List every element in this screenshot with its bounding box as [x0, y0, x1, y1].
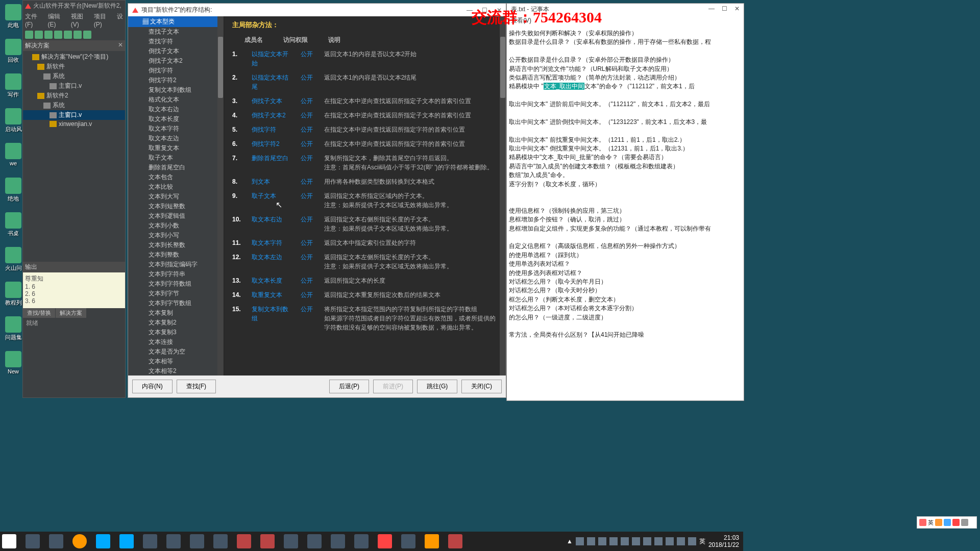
sidebar-item[interactable]: 倒找子文本2 [128, 56, 224, 66]
desktop-icon[interactable]: 教程列 [2, 282, 24, 307]
method-row[interactable]: 6.倒找字符2公开在指定文本中逆向查找返回所指定字符的首索引位置 [232, 139, 498, 148]
taskbar-item[interactable] [119, 534, 134, 548]
sidebar-item[interactable]: 取重复文本 [128, 143, 224, 153]
tree-root[interactable]: 解决方案"New"(2个项目) [23, 52, 125, 62]
system-tray[interactable]: ▲ 英 21:032018/11/22 [567, 532, 743, 551]
taskbar-item[interactable] [354, 534, 369, 548]
taskbar-item[interactable] [96, 534, 110, 548]
method-row[interactable]: 12.取文本左边公开返回指定文本左侧所指定长度的子文本。注意：如果所提供子文本区… [232, 253, 498, 271]
desktop-icon[interactable]: 火山问 [2, 247, 24, 272]
method-row[interactable]: 13.取文本长度公开返回所指定文本的长度 [232, 276, 498, 285]
sidebar-item[interactable]: 取文本字符 [128, 124, 224, 134]
tree-item[interactable]: 新软件 [23, 62, 125, 71]
close-icon[interactable]: ✕ [118, 41, 123, 50]
sidebar-item[interactable]: 倒找子文本 [128, 46, 224, 56]
desktop-icon[interactable]: 此电 [2, 4, 24, 29]
method-row[interactable]: 3.倒找子文本公开在指定文本中逆向查找返回所指定子文本的首索引位置 [232, 96, 498, 106]
desktop-icon[interactable]: New [2, 351, 24, 374]
scrollbar[interactable] [500, 16, 506, 375]
tray-icon[interactable] [666, 537, 674, 545]
content-button[interactable]: 内容(N) [132, 380, 173, 393]
scrollbar[interactable] [217, 16, 224, 375]
taskbar-item[interactable] [331, 534, 345, 548]
notepad-text[interactable]: 操作失败如何判断和解决？（安卓权限的操作）数据目录是什么目录？（安卓私有数据的操… [507, 26, 744, 343]
sidebar-item[interactable]: 文本包含 [128, 172, 224, 182]
method-row[interactable]: 10.取文本右边公开返回指定文本右侧所指定长度的子文本。注意：如果所提供子文本区… [232, 215, 498, 233]
sidebar-item[interactable]: 删除首尾空白 [128, 163, 224, 172]
tree-item[interactable]: 系统 [23, 71, 125, 81]
tray-icon[interactable] [598, 537, 606, 545]
method-row[interactable]: 15.复制文本到数组公开将所指定文本指定范围内的字符复制到所指定的字符数组如果源… [232, 305, 498, 332]
taskbar-item[interactable] [72, 534, 87, 548]
solution-tree[interactable]: 解决方案"New"(2个项目) 新软件系统主窗口.v新软件2系统主窗口.vxin… [23, 51, 125, 129]
sidebar-item[interactable]: 文本到逻辑值 [128, 211, 224, 221]
sidebar-item[interactable]: 文本到指定编码字 [128, 260, 224, 269]
method-row[interactable]: 2.以指定文本结尾公开返回文本1的内容是否以文本2结尾 [232, 73, 498, 91]
tree-item[interactable]: 新软件2 [23, 91, 125, 101]
minimize-icon[interactable]: — [708, 5, 715, 14]
taskbar-item[interactable] [401, 534, 415, 548]
tray-icon[interactable] [688, 537, 696, 545]
sidebar-item[interactable]: 复制文本到数组 [128, 85, 224, 95]
tab-solution[interactable]: 解决方案 [56, 308, 86, 318]
taskbar-item[interactable] [237, 534, 251, 548]
menu-item[interactable]: 设 [117, 12, 123, 28]
desktop-icon[interactable]: we [2, 143, 24, 166]
tool-icon[interactable] [83, 31, 91, 39]
tray-icon[interactable] [576, 537, 584, 545]
method-row[interactable]: 14.取重复文本公开返回指定文本重复所指定次数后的结果文本 [232, 290, 498, 299]
taskbar-item[interactable] [307, 534, 322, 548]
sidebar-item[interactable]: 文本复制 [128, 308, 224, 318]
tool-icon[interactable] [54, 31, 62, 39]
sidebar-item[interactable]: 文本到小写 [128, 231, 224, 240]
desktop-icon[interactable]: 回收 [2, 39, 24, 64]
tray-icon[interactable] [632, 537, 640, 545]
tray-icon[interactable] [587, 537, 595, 545]
tab-find[interactable]: 查找/替换 [23, 308, 55, 318]
tool-icon[interactable] [25, 31, 33, 39]
method-row[interactable]: 8.到文本公开用作将各种数据类型数据转换到文本格式 [232, 177, 498, 186]
sidebar-item[interactable]: 取文本左边 [128, 134, 224, 143]
sidebar-item[interactable]: 文本复制2 [128, 318, 224, 328]
bottom-tabs[interactable]: 查找/替换 解决方案 [23, 308, 125, 318]
tree-item[interactable]: 主窗口.v [23, 81, 125, 91]
desktop-icon[interactable]: 问题集 [2, 316, 24, 341]
tray-icon[interactable] [621, 537, 629, 545]
menu-item[interactable]: 编辑(E) [48, 12, 67, 28]
taskbar-item[interactable] [26, 534, 40, 548]
method-list[interactable]: 主局部杂方法： 成员名 访问权限 说明 1.以指定文本开始公开返回文本1的内容是… [224, 16, 506, 375]
clock[interactable]: 21:032018/11/22 [708, 534, 739, 549]
sidebar-item[interactable]: 文本比较 [128, 182, 224, 192]
sidebar-item[interactable]: 文本到大写 [128, 192, 224, 202]
desktop-icon[interactable]: 绝地 [2, 178, 24, 203]
sidebar-item[interactable]: 文本到长整数 [128, 240, 224, 250]
method-row[interactable]: 4.倒找子文本2公开在指定文本中逆向查找返回所指定子文本的首索引位置 [232, 111, 498, 120]
ide-toolbar[interactable] [23, 29, 125, 40]
method-row[interactable]: 5.倒找字符公开在指定文本中逆向查找返回所指定字符的首索引位置 [232, 125, 498, 134]
category-sidebar[interactable]: ▦ 文本型类 查找子文本查找字符倒找子文本倒找子文本2倒找字符倒找字符2复制文本… [128, 16, 224, 375]
menu-item[interactable]: 文件(F) [25, 12, 44, 28]
taskbar-item[interactable] [49, 534, 63, 548]
back-button[interactable]: 后退(P) [329, 380, 369, 393]
sidebar-item[interactable]: 文本连接 [128, 337, 224, 347]
sidebar-item[interactable]: 文本相等2 [128, 366, 224, 375]
menu-item[interactable]: 视图(V) [71, 12, 90, 28]
category-header[interactable]: ▦ 文本型类 [128, 16, 224, 27]
ide-menubar[interactable]: 文件(F)编辑(E)视图(V)项目(P)设 [23, 11, 125, 29]
sidebar-item[interactable]: 文本到整数 [128, 250, 224, 260]
taskbar-item[interactable] [378, 534, 392, 548]
tray-icon[interactable] [643, 537, 651, 545]
sidebar-item[interactable]: 文本到小数 [128, 221, 224, 231]
taskbar-item[interactable] [284, 534, 298, 548]
tray-icon[interactable] [609, 537, 618, 545]
tree-item[interactable]: xinwenjian.v [23, 120, 125, 128]
close-icon[interactable]: ✕ [734, 5, 740, 14]
tree-item[interactable]: 主窗口.v [23, 110, 125, 120]
ime-icon[interactable] [961, 519, 968, 526]
goto-button[interactable]: 跳往(G) [417, 380, 457, 393]
sidebar-item[interactable]: 倒找字符 [128, 66, 224, 76]
sidebar-item[interactable]: 取文本右边 [128, 105, 224, 114]
ime-icon[interactable] [952, 519, 960, 526]
desktop-icon[interactable]: 书桌 [2, 212, 24, 237]
close-button[interactable]: 关闭(C) [461, 380, 502, 393]
